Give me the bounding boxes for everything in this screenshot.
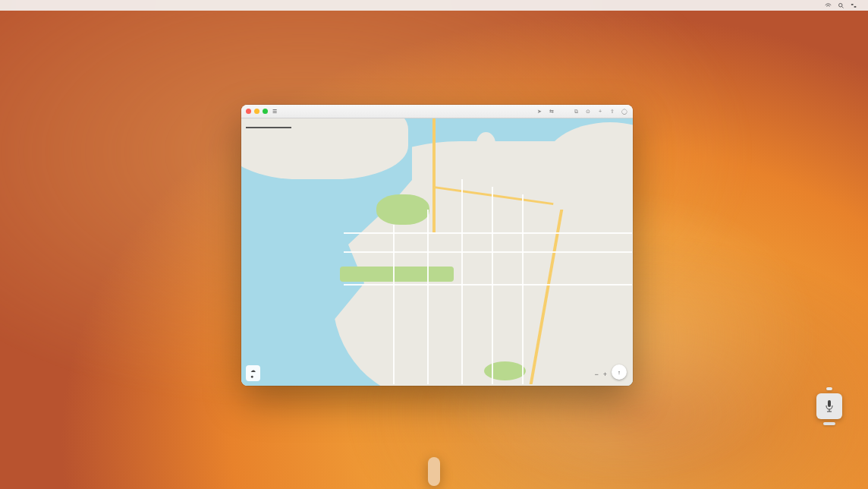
- wifi-icon[interactable]: [825, 2, 832, 9]
- zoom-button[interactable]: [263, 109, 268, 114]
- window-controls: [246, 109, 268, 114]
- three-d-icon[interactable]: [560, 108, 568, 115]
- voice-tooltip: [826, 387, 832, 390]
- share-icon[interactable]: ⇧: [609, 108, 616, 115]
- location-icon[interactable]: ➤: [536, 108, 543, 115]
- sidebar-toggle-icon[interactable]: ☰: [271, 108, 278, 115]
- svg-rect-2: [851, 4, 854, 5]
- svg-line-1: [842, 6, 844, 8]
- voice-control-panel: [813, 387, 845, 425]
- zoom-in-button[interactable]: +: [603, 371, 607, 378]
- map-canvas[interactable]: ☁︎ ● − + ↑: [241, 118, 633, 386]
- account-icon[interactable]: ◯: [621, 108, 628, 115]
- zoom-out-button[interactable]: −: [594, 371, 598, 378]
- compass-button[interactable]: ↑: [612, 364, 627, 380]
- add-icon[interactable]: +: [596, 108, 604, 115]
- weather-badge[interactable]: ☁︎ ●: [246, 365, 260, 381]
- dock: [428, 457, 440, 486]
- view-mode-icon[interactable]: ⊙: [584, 108, 592, 115]
- spotlight-icon[interactable]: [838, 2, 844, 9]
- maps-toolbar: ☰ ➤ ⇆ ⧉ ⊙ + ⇧ ◯: [241, 105, 633, 118]
- directions-icon[interactable]: ⇆: [548, 108, 555, 115]
- maps-window: ☰ ➤ ⇆ ⧉ ⊙ + ⇧ ◯: [241, 105, 633, 386]
- road-network: [241, 118, 633, 386]
- voice-sleep-button[interactable]: [823, 422, 835, 425]
- mic-icon: [824, 399, 835, 413]
- voice-mic-button[interactable]: [816, 393, 842, 419]
- minimize-button[interactable]: [254, 109, 259, 114]
- menubar: [0, 0, 868, 11]
- svg-rect-3: [854, 6, 857, 8]
- svg-point-0: [839, 3, 843, 7]
- zoom-controls: − +: [594, 371, 607, 378]
- layers-icon[interactable]: ⧉: [572, 108, 580, 115]
- scale-bar: [246, 121, 291, 128]
- svg-rect-4: [828, 400, 831, 407]
- close-button[interactable]: [246, 109, 251, 114]
- control-center-icon[interactable]: [851, 2, 857, 9]
